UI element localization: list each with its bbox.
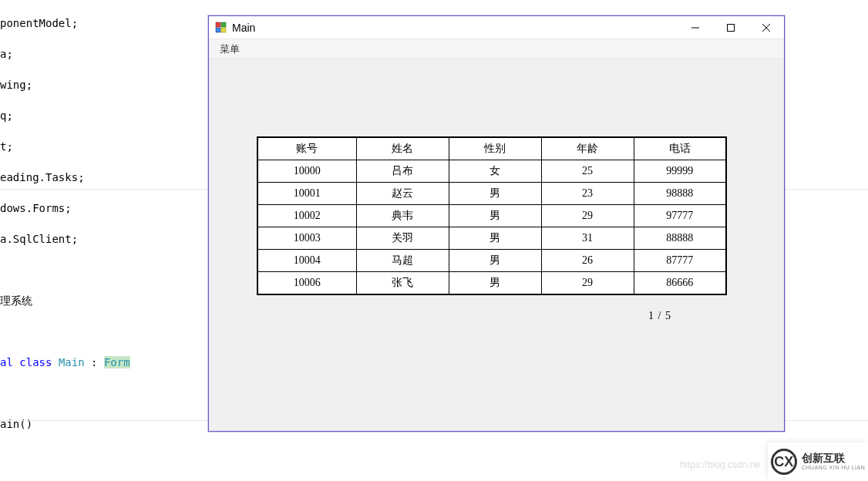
logo-subtitle: CHUANG XIN HU LIAN	[802, 465, 866, 471]
window-title: Main	[232, 22, 255, 34]
pager-label: 1 / 5	[648, 310, 671, 322]
brand-logo: CX 创新互联 CHUANG XIN HU LIAN	[768, 442, 868, 481]
table-cell[interactable]: 29	[541, 272, 634, 295]
col-name[interactable]: 姓名	[356, 137, 449, 160]
svg-rect-0	[216, 22, 220, 27]
table-cell[interactable]: 25	[541, 160, 634, 183]
table-row[interactable]: 10003关羽男3188888	[257, 227, 726, 250]
app-icon	[215, 22, 227, 34]
table-cell[interactable]: 31	[541, 227, 634, 250]
table-cell[interactable]: 10004	[257, 250, 356, 272]
table-row[interactable]: 10000吕布女2599999	[257, 160, 726, 183]
table-row[interactable]: 10004马超男2687777	[257, 250, 726, 272]
table-cell[interactable]: 23	[541, 183, 634, 205]
table-cell[interactable]: 男	[449, 272, 541, 295]
table-header-row: 账号 姓名 性别 年龄 电话	[257, 137, 726, 160]
table-cell[interactable]: 10002	[257, 205, 356, 227]
table-cell[interactable]: 10003	[257, 227, 356, 250]
maximize-button[interactable]	[713, 16, 749, 39]
table-cell[interactable]: 26	[541, 250, 634, 272]
table-cell[interactable]: 赵云	[356, 183, 449, 205]
table-cell[interactable]: 张飞	[356, 272, 449, 295]
table-cell[interactable]: 关羽	[356, 227, 449, 250]
table-cell[interactable]: 87777	[634, 250, 726, 272]
table-cell[interactable]: 女	[449, 160, 541, 183]
client-area: 账号 姓名 性别 年龄 电话 10000吕布女259999910001赵云男23…	[209, 59, 784, 431]
menubar: 菜单	[209, 39, 784, 59]
table-row[interactable]: 10006张飞男2986666	[257, 272, 726, 295]
col-gender[interactable]: 性别	[449, 137, 541, 160]
table-cell[interactable]: 10001	[257, 183, 356, 205]
table-cell[interactable]: 男	[449, 250, 541, 272]
watermark-text: https://blog.csdn.ne	[680, 459, 760, 470]
minimize-button[interactable]	[678, 16, 713, 39]
col-account[interactable]: 账号	[257, 137, 356, 160]
table-cell[interactable]: 88888	[634, 227, 726, 250]
table-cell[interactable]: 男	[449, 205, 541, 227]
student-table[interactable]: 账号 姓名 性别 年龄 电话 10000吕布女259999910001赵云男23…	[257, 136, 727, 295]
svg-rect-5	[728, 24, 735, 31]
menu-item-main[interactable]: 菜单	[214, 41, 246, 58]
svg-rect-1	[221, 22, 226, 27]
main-window: Main 菜单 账号 姓名 性别 年龄 电话 10000吕布女25	[208, 15, 785, 432]
table-cell[interactable]: 98888	[634, 183, 726, 205]
table-row[interactable]: 10002典韦男2997777	[257, 205, 726, 227]
table-cell[interactable]: 典韦	[356, 205, 449, 227]
table-cell[interactable]: 29	[541, 205, 634, 227]
table-cell[interactable]: 10000	[257, 160, 356, 183]
table-cell[interactable]: 吕布	[356, 160, 449, 183]
titlebar[interactable]: Main	[209, 16, 784, 39]
logo-mark-icon: CX	[771, 449, 797, 475]
table-cell[interactable]: 97777	[634, 205, 726, 227]
logo-title: 创新互联	[802, 452, 866, 464]
svg-rect-3	[221, 28, 226, 32]
table-cell[interactable]: 马超	[356, 250, 449, 272]
logo-text: 创新互联 CHUANG XIN HU LIAN	[802, 452, 866, 470]
svg-rect-2	[216, 28, 220, 32]
close-button[interactable]	[749, 16, 784, 39]
table-cell[interactable]: 10006	[257, 272, 356, 295]
table-cell[interactable]: 99999	[634, 160, 726, 183]
table-row[interactable]: 10001赵云男2398888	[257, 183, 726, 205]
table-cell[interactable]: 男	[449, 183, 541, 205]
col-phone[interactable]: 电话	[634, 137, 726, 160]
table-cell[interactable]: 男	[449, 227, 541, 250]
table-cell[interactable]: 86666	[634, 272, 726, 295]
col-age[interactable]: 年龄	[541, 137, 634, 160]
code-line: ializeComponent();	[0, 478, 868, 481]
